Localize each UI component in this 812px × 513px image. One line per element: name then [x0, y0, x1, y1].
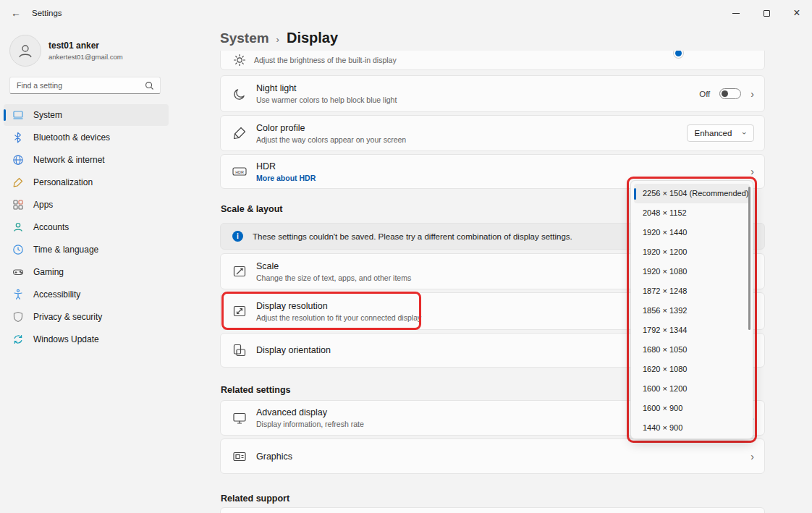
- titlebar: ← Settings ×: [0, 0, 812, 26]
- color-profile-dropdown[interactable]: Enhanced ›: [687, 124, 754, 142]
- resolution-option[interactable]: 1856 × 1392: [634, 301, 750, 321]
- user-name: test01 anker: [48, 41, 123, 51]
- search-icon: [145, 81, 154, 90]
- sidebar-item-accessibility[interactable]: Accessibility: [4, 284, 169, 305]
- sidebar-item-bluetooth-devices[interactable]: Bluetooth & devices: [4, 127, 169, 148]
- resolution-option[interactable]: 2048 × 1152: [634, 203, 750, 223]
- user-profile[interactable]: test01 anker ankertest01@gmail.com: [9, 35, 123, 67]
- resolution-option-label: 1920 × 1440: [643, 228, 687, 237]
- color-profile-row[interactable]: Color profile Adjust the way colors appe…: [220, 115, 765, 151]
- night-light-row[interactable]: Night light Use warmer colors to help bl…: [220, 75, 765, 112]
- resolution-option[interactable]: 1440 × 900: [634, 418, 750, 438]
- sidebar-nav: System Bluetooth & devices Network & int…: [4, 104, 169, 350]
- back-button[interactable]: ←: [4, 3, 28, 23]
- annotation-resolution-dropdown: 2256 × 1504 (Recommended) 2048 × 1152 19…: [627, 177, 757, 443]
- accessibility-person-icon: [12, 289, 24, 300]
- chevron-right-icon: ›: [750, 451, 754, 462]
- resolution-dropdown-flyout: 2256 × 1504 (Recommended) 2048 × 1152 19…: [630, 180, 753, 439]
- dropdown-scrollbar[interactable]: [748, 187, 750, 330]
- person-icon: [17, 43, 33, 59]
- resolution-option[interactable]: 1600 × 1200: [634, 379, 750, 399]
- resolution-option-label: 1440 × 900: [643, 423, 682, 432]
- svg-text:HDR: HDR: [235, 170, 244, 174]
- resolution-option-label: 1680 × 1050: [643, 345, 687, 354]
- user-email: ankertest01@gmail.com: [48, 53, 123, 61]
- sidebar-item-time-language[interactable]: Time & language: [4, 239, 169, 260]
- brightness-icon: [232, 53, 247, 67]
- brightness-row[interactable]: Adjust the brightness of the built-in di…: [220, 51, 765, 70]
- globe-icon: [12, 154, 24, 166]
- sidebar-item-label: Gaming: [33, 267, 64, 277]
- toggle-knob: [722, 90, 728, 97]
- color-profile-subtitle: Adjust the way colors appear on your scr…: [256, 135, 677, 144]
- sidebar-item-label: Windows Update: [33, 334, 99, 344]
- resolution-option[interactable]: 1920 × 1440: [634, 223, 750, 242]
- night-light-icon: [232, 87, 247, 101]
- resolution-option-label: 1600 × 1200: [643, 384, 687, 393]
- apps-grid-icon: [12, 199, 24, 211]
- chevron-right-icon: ›: [750, 88, 754, 100]
- avatar: [9, 35, 41, 67]
- resolution-option[interactable]: 1920 × 1080: [634, 262, 750, 281]
- search-box: [9, 77, 161, 94]
- system-icon: [12, 109, 24, 121]
- minimize-icon: [732, 13, 740, 14]
- section-scale-layout: Scale & layout: [221, 204, 282, 214]
- color-profile-icon: [232, 126, 247, 140]
- sidebar-item-system[interactable]: System: [4, 104, 169, 126]
- bluetooth-icon: [12, 132, 24, 143]
- page-title: Display: [287, 30, 338, 46]
- sidebar-item-label: Personalization: [33, 177, 93, 187]
- update-arrows-icon: [12, 334, 24, 345]
- maximize-button[interactable]: [751, 0, 782, 26]
- sidebar-item-personalization[interactable]: Personalization: [4, 171, 169, 193]
- resolution-option-label: 1620 × 1080: [643, 365, 687, 373]
- resolution-option-label: 2256 × 1504 (Recommended): [643, 189, 748, 198]
- night-light-title: Night light: [256, 83, 690, 93]
- night-light-toggle-state: Off: [699, 90, 710, 98]
- resolution-option-label: 1920 × 1080: [643, 267, 687, 276]
- minimize-button[interactable]: [721, 0, 751, 26]
- breadcrumb-system[interactable]: System: [220, 30, 269, 46]
- resolution-option-label: 1872 × 1248: [643, 287, 687, 295]
- clock-icon: [12, 244, 24, 255]
- sidebar-item-network-internet[interactable]: Network & internet: [4, 149, 169, 171]
- back-icon: ←: [11, 7, 21, 19]
- night-light-toggle[interactable]: [719, 88, 741, 99]
- resolution-option-label: 2048 × 1152: [643, 208, 687, 217]
- graphics-title: Graphics: [256, 451, 741, 462]
- resolution-option[interactable]: 1680 × 1050: [634, 340, 750, 360]
- sidebar-item-privacy-security[interactable]: Privacy & security: [4, 306, 169, 328]
- gamepad-icon: [12, 266, 24, 278]
- sidebar-item-apps[interactable]: Apps: [4, 194, 169, 216]
- resolution-option[interactable]: 1872 × 1248: [634, 281, 750, 301]
- breadcrumb: System › Display: [220, 30, 338, 46]
- close-icon: ×: [793, 7, 800, 19]
- brush-icon: [12, 177, 24, 188]
- advanced-display-icon: [232, 411, 247, 425]
- display-orientation-icon: [232, 343, 247, 357]
- sidebar-item-label: Accessibility: [33, 289, 80, 300]
- resolution-option[interactable]: 1600 × 900: [634, 399, 750, 418]
- window-controls: ×: [721, 0, 812, 26]
- sidebar-item-label: Accounts: [33, 222, 69, 232]
- night-light-subtitle: Use warmer colors to help block blue lig…: [256, 96, 690, 104]
- sidebar-item-label: Network & internet: [33, 155, 105, 165]
- close-button[interactable]: ×: [782, 0, 812, 26]
- sidebar-item-label: System: [33, 110, 62, 120]
- graphics-row[interactable]: Graphics ›: [220, 438, 765, 474]
- resolution-option[interactable]: 2256 × 1504 (Recommended): [634, 184, 750, 203]
- sidebar-item-accounts[interactable]: Accounts: [4, 216, 169, 238]
- brightness-slider-thumb[interactable]: [674, 51, 683, 58]
- sidebar-item-gaming[interactable]: Gaming: [4, 261, 169, 283]
- sidebar-item-windows-update[interactable]: Windows Update: [4, 328, 169, 350]
- resolution-option-label: 1920 × 1200: [643, 247, 687, 256]
- search-input[interactable]: [10, 81, 145, 90]
- resolution-option[interactable]: 1792 × 1344: [634, 321, 750, 340]
- brightness-subtitle: Adjust the brightness of the built-in di…: [254, 56, 397, 64]
- color-profile-title: Color profile: [256, 123, 677, 133]
- hdr-icon: HDR: [232, 164, 247, 179]
- resolution-option[interactable]: 1620 × 1080: [634, 360, 750, 379]
- resolution-option-label: 1600 × 900: [643, 404, 682, 412]
- resolution-option[interactable]: 1920 × 1200: [634, 242, 750, 262]
